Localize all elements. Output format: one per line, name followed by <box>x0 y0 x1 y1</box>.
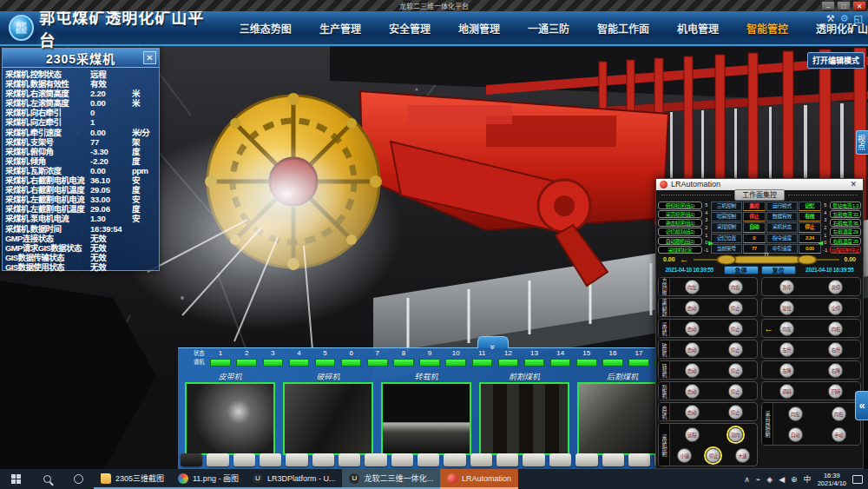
round-control-button[interactable]: 总停 <box>828 280 843 294</box>
filmstrip-frame[interactable] <box>181 453 202 466</box>
network-icon[interactable]: ⊕ <box>791 475 798 484</box>
nav-item-8[interactable]: 智能管控 <box>746 21 788 36</box>
start-button[interactable] <box>0 469 31 489</box>
filmstrip-frame[interactable] <box>312 453 334 466</box>
ime-icon[interactable]: 中 <box>804 473 812 485</box>
lr-calibration-button[interactable]: 记忆截割(远1) <box>658 228 702 235</box>
nav-item-6[interactable]: 智能工作面 <box>597 21 649 36</box>
camera-feed[interactable] <box>577 382 667 455</box>
round-control-button[interactable]: 左升 <box>779 342 794 357</box>
camera-feed[interactable] <box>479 382 569 455</box>
lr-calibration-button[interactable]: 采煤机标定 <box>658 246 702 254</box>
filmstrip-frame[interactable] <box>628 453 650 466</box>
nav-item-5[interactable]: 一通三防 <box>528 21 569 36</box>
support-cell[interactable]: 2 <box>233 349 260 367</box>
round-control-button[interactable]: 停止 <box>728 342 743 357</box>
shield-icon[interactable]: ◈ <box>766 475 773 484</box>
support-cell[interactable]: 6 <box>339 349 365 367</box>
support-cell[interactable]: 15 <box>574 349 600 367</box>
viewpoint-tab[interactable]: 视点 <box>856 130 868 155</box>
tray-clock[interactable]: 16:392021/4/10 <box>818 472 846 487</box>
panel-close-icon[interactable]: ✕ <box>143 51 156 64</box>
cortana-button[interactable] <box>62 469 94 489</box>
strip-collapse-chevron[interactable]: » <box>477 336 509 348</box>
nav-item-2[interactable]: 生产管理 <box>319 21 361 36</box>
round-control-button[interactable]: 回转 <box>828 384 843 399</box>
round-control-button[interactable]: 左降 <box>779 363 794 378</box>
round-control-button[interactable]: 启动 <box>685 321 700 336</box>
camera-feed[interactable] <box>381 382 471 455</box>
support-cell[interactable]: 7 <box>365 349 391 367</box>
filmstrip-frame[interactable] <box>260 453 281 466</box>
lr-calibration-button[interactable]: 俯仰标定(远1) <box>658 202 702 209</box>
panel-collapse-chevron[interactable]: « <box>855 391 868 420</box>
lr-calibration-button[interactable]: 自动跟机(远1) <box>658 237 702 245</box>
filmstrip-frame[interactable] <box>339 453 360 466</box>
taskbar-item[interactable]: 11.png - 画图 <box>171 469 246 489</box>
tools-icon[interactable]: ⚒ <box>826 13 835 24</box>
filmstrip-frame[interactable] <box>444 453 465 466</box>
lr-status-button[interactable]: 泵站电流 1.3 <box>830 202 861 209</box>
round-control-button[interactable]: 停止 <box>728 384 743 399</box>
minimize-button[interactable]: – <box>821 1 835 10</box>
round-control-button[interactable]: 启动 <box>685 363 700 378</box>
lr-close-icon[interactable]: ✕ <box>847 180 859 188</box>
filmstrip-frame[interactable] <box>523 453 544 466</box>
filmstrip-frame[interactable] <box>391 453 413 466</box>
round-control-button[interactable]: 启动 <box>685 342 700 357</box>
round-control-button[interactable]: 向右 <box>828 321 843 336</box>
nav-item-3[interactable]: 安全管理 <box>389 21 431 36</box>
lr-calibration-button[interactable]: 采高标定(远1) <box>658 210 702 218</box>
volume-icon[interactable]: ◀ <box>779 475 785 484</box>
round-control-button[interactable]: 调斜 <box>779 384 794 399</box>
support-cell[interactable]: 10 <box>443 349 469 367</box>
camera-feed[interactable] <box>185 382 275 455</box>
filmstrip-frame[interactable] <box>286 453 307 466</box>
support-cell[interactable]: 17 <box>626 349 652 367</box>
support-cell[interactable]: 3 <box>260 349 286 367</box>
maximize-button[interactable]: □ <box>837 1 851 10</box>
usb-icon[interactable]: ⌁ <box>756 475 760 484</box>
round-control-button[interactable]: 右降 <box>828 363 843 378</box>
round-control-button[interactable]: 启动 <box>685 405 700 420</box>
reset-button[interactable]: 复位 <box>761 266 796 274</box>
round-control-button[interactable]: 启动 <box>685 384 700 399</box>
round-control-button[interactable]: 停止 <box>706 448 720 463</box>
lr-status-button[interactable]: 远程控制停止 <box>830 246 861 254</box>
filmstrip-frame[interactable] <box>575 453 597 466</box>
support-cell[interactable]: 11 <box>469 349 495 367</box>
taskbar-item[interactable]: ULR3DPlatform - U... <box>246 469 343 489</box>
filmstrip-frame[interactable] <box>549 453 571 466</box>
round-control-button[interactable]: 向右 <box>832 406 846 421</box>
round-control-button[interactable]: 大速 <box>735 448 750 463</box>
lr-tab-workface[interactable]: 工作面集控 <box>734 189 785 201</box>
resize-icon[interactable]: ◱ <box>854 13 863 24</box>
round-control-button[interactable]: 向左 <box>788 406 803 421</box>
taskbar-item[interactable]: 2305三维截图 <box>94 469 171 489</box>
close-button[interactable]: ✕ <box>852 1 866 10</box>
round-control-button[interactable]: 停止 <box>728 405 743 420</box>
round-control-button[interactable]: 远程 <box>685 427 700 442</box>
round-control-button[interactable]: 启动 <box>685 301 700 315</box>
lr-status-button[interactable]: 右截电流 36 <box>830 219 861 227</box>
support-cell[interactable]: 16 <box>600 349 626 367</box>
round-control-button[interactable]: 向右 <box>728 280 743 294</box>
gear-icon[interactable]: ⚙ <box>840 13 849 24</box>
round-control-button[interactable]: 全停 <box>828 301 843 315</box>
round-control-button[interactable]: 右升 <box>828 342 843 357</box>
lr-calibration-button[interactable]: 姿态标定(远1) <box>658 219 702 227</box>
support-cell[interactable]: 9 <box>417 349 443 367</box>
round-control-button[interactable]: 停止 <box>728 363 743 378</box>
support-cell[interactable]: 4 <box>286 349 312 367</box>
camera-feed[interactable] <box>283 382 373 455</box>
notification-center-icon[interactable] <box>852 475 863 484</box>
filmstrip-frame[interactable] <box>496 453 518 466</box>
support-cell[interactable]: 14 <box>548 349 574 367</box>
open-edit-mode-button[interactable]: 打开编辑模式 <box>807 52 865 69</box>
support-cell[interactable]: 12 <box>495 349 521 367</box>
support-cell[interactable]: 8 <box>391 349 417 367</box>
support-cell[interactable]: 13 <box>522 349 548 367</box>
lr-status-button[interactable]: 右截温度 29 <box>830 237 861 245</box>
filmstrip-frame[interactable] <box>233 453 255 466</box>
lr-status-button[interactable]: 左截电流 33 <box>830 210 861 218</box>
